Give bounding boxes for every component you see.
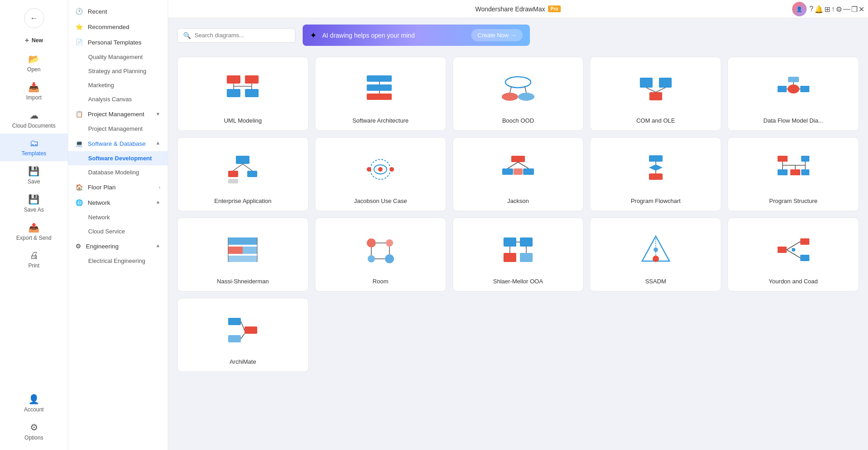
template-label-ssadm: SSADM — [645, 278, 666, 285]
sidebar-item-templates[interactable]: 🗂 Templates — [0, 134, 68, 161]
ai-banner[interactable]: ✦ AI drawing helps open your mind Create… — [303, 25, 530, 46]
marketing-label: Marketing — [88, 82, 114, 89]
sidebar-item-quality[interactable]: Quality Management — [68, 50, 168, 64]
sidebar-item-cloud-service[interactable]: Cloud Service — [68, 224, 168, 238]
svg-rect-0 — [227, 75, 240, 84]
svg-rect-41 — [502, 168, 513, 175]
template-card-room[interactable]: Room — [315, 218, 446, 292]
svg-rect-52 — [801, 156, 809, 162]
sidebar-item-open[interactable]: 📂 Open — [0, 49, 68, 77]
template-icon-program_flowchart — [595, 147, 716, 192]
sidebar-item-marketing[interactable]: Marketing — [68, 78, 168, 92]
svg-rect-61 — [228, 247, 243, 254]
svg-rect-63 — [228, 256, 257, 262]
avatar: 👤 — [792, 2, 807, 16]
sidebar-group-project[interactable]: 📋 Project Management ▼ — [68, 106, 168, 122]
restore-button[interactable]: ❐ — [851, 5, 858, 14]
template-card-nassi[interactable]: Nassi-Shneiderman — [177, 218, 309, 292]
svg-line-16 — [525, 87, 526, 93]
sidebar-export-label: Export & Send — [16, 235, 51, 241]
template-icon-yourdon — [733, 227, 854, 272]
help-button[interactable]: ? — [809, 5, 813, 13]
template-card-shlaer[interactable]: Shlaer-Mellor OOA — [453, 218, 584, 292]
sidebar-item-print[interactable]: 🖨 Print — [0, 246, 68, 273]
grid-button[interactable]: ⊞ — [824, 5, 830, 14]
saveas-icon: 💾 — [28, 194, 40, 205]
network-chevron-icon: ▼ — [155, 200, 160, 205]
template-card-com_ole[interactable]: COM and OLE — [590, 57, 721, 131]
sidebar-group-engineering[interactable]: ⚙ Engineering ▼ — [68, 238, 168, 254]
share-button[interactable]: ↑ — [831, 5, 835, 13]
sidebar-item-strategy[interactable]: Strategy and Planning — [68, 64, 168, 78]
floorplan-chevron-icon: › — [159, 184, 160, 190]
template-card-program_structure[interactable]: Program Structure — [728, 137, 859, 211]
svg-point-69 — [385, 254, 394, 263]
sidebar-item-cloud[interactable]: ☁ Cloud Documents — [0, 105, 68, 134]
sidebar-item-software-dev[interactable]: Software Development — [68, 151, 168, 165]
sidebar-item-analysis[interactable]: Analysis Canvas — [68, 92, 168, 106]
back-button[interactable]: ← — [24, 8, 44, 28]
template-card-jackson[interactable]: Jackson — [453, 137, 584, 211]
template-card-jacobson[interactable]: Jacobson Use Case — [315, 137, 446, 211]
sidebar-item-save[interactable]: 💾 Save — [0, 161, 68, 189]
svg-rect-31 — [247, 171, 257, 177]
sidebar-item-electrical[interactable]: Electrical Engineering — [68, 254, 168, 268]
minimize-button[interactable]: — — [843, 5, 850, 13]
template-icon-booch_ood — [458, 66, 579, 112]
sidebar-item-options[interactable]: ⚙ Options — [0, 417, 68, 445]
floorplan-group-icon: 🏠 — [75, 183, 83, 191]
sidebar-group-floorplan[interactable]: 🏠 Floor Plan › — [68, 179, 168, 195]
sidebar-group-software[interactable]: 💻 Software & Database ▼ — [68, 136, 168, 151]
template-card-yourdon[interactable]: Yourdon and Coad — [728, 218, 859, 292]
template-card-uml[interactable]: UML Modeling — [177, 57, 309, 131]
search-box[interactable]: 🔍 — [177, 28, 295, 43]
template-card-software_arch[interactable]: Software Architecture — [315, 57, 446, 131]
svg-rect-91 — [228, 318, 241, 325]
template-card-booch_ood[interactable]: Booch OOD — [453, 57, 584, 131]
notification-button[interactable]: 🔔 — [814, 5, 823, 14]
create-now-button[interactable]: Create Now → — [471, 29, 523, 41]
engineering-group-label: Engineering — [86, 243, 119, 250]
svg-rect-18 — [659, 78, 672, 88]
sidebar-item-export[interactable]: 📤 Export & Send — [0, 218, 68, 246]
svg-rect-48 — [649, 173, 663, 180]
sidebar-item-account[interactable]: 👤 Account — [0, 389, 68, 417]
recent-label: Recent — [88, 8, 107, 15]
sidebar-item-new[interactable]: + New — [0, 32, 68, 49]
sidebar-item-recent[interactable]: 🕐 Recent — [68, 4, 168, 19]
sidebar-item-network[interactable]: Network — [68, 210, 168, 224]
svg-line-43 — [508, 162, 518, 168]
svg-point-13 — [502, 93, 518, 101]
ai-icon: ✦ — [310, 30, 317, 40]
project-chevron-icon: ▼ — [155, 111, 160, 117]
template-card-data_flow[interactable]: Data Flow Model Dia... — [728, 57, 859, 131]
svg-line-15 — [510, 87, 511, 93]
template-card-program_flowchart[interactable]: Program Flowchart — [590, 137, 721, 211]
template-card-archimate[interactable]: ArchiMate — [177, 298, 309, 372]
template-label-program_structure: Program Structure — [769, 198, 817, 204]
svg-point-24 — [788, 84, 799, 94]
sidebar-print-label: Print — [28, 262, 40, 269]
template-label-jackson: Jackson — [507, 198, 529, 204]
svg-rect-2 — [227, 89, 240, 97]
close-button[interactable]: ✕ — [858, 5, 864, 14]
template-card-ssadm[interactable]: SSADM — [590, 218, 721, 292]
sidebar-item-database[interactable]: Database Modeling — [68, 165, 168, 179]
settings-button[interactable]: ⚙ — [836, 5, 842, 14]
sidebar-item-project-mgmt[interactable]: Project Management — [68, 122, 168, 136]
search-input[interactable] — [195, 32, 289, 39]
sidebar-group-network[interactable]: 🌐 Network ▼ — [68, 195, 168, 210]
sidebar-item-recommended[interactable]: ⭐ Recommended — [68, 19, 168, 35]
template-card-enterprise_app[interactable]: Enterprise Application — [177, 137, 309, 211]
analysis-label: Analysis Canvas — [88, 96, 132, 103]
svg-line-33 — [243, 164, 252, 171]
options-icon: ⚙ — [30, 422, 38, 433]
svg-line-21 — [656, 88, 665, 92]
sidebar-item-personal[interactable]: 📄 Personal Templates — [68, 35, 168, 50]
sidebar-item-saveas[interactable]: 💾 Save As — [0, 189, 68, 218]
template-label-yourdon: Yourdon and Coad — [769, 278, 818, 285]
account-icon: 👤 — [28, 394, 40, 405]
sidebar-item-import[interactable]: 📥 Import — [0, 77, 68, 105]
svg-rect-62 — [243, 247, 257, 254]
sidebar-options-label: Options — [25, 435, 43, 441]
